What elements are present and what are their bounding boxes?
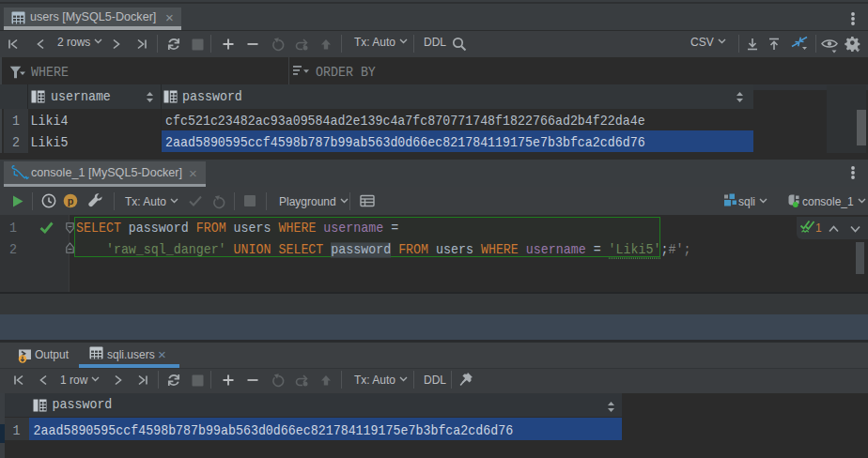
svg-text:p: p <box>68 194 74 206</box>
